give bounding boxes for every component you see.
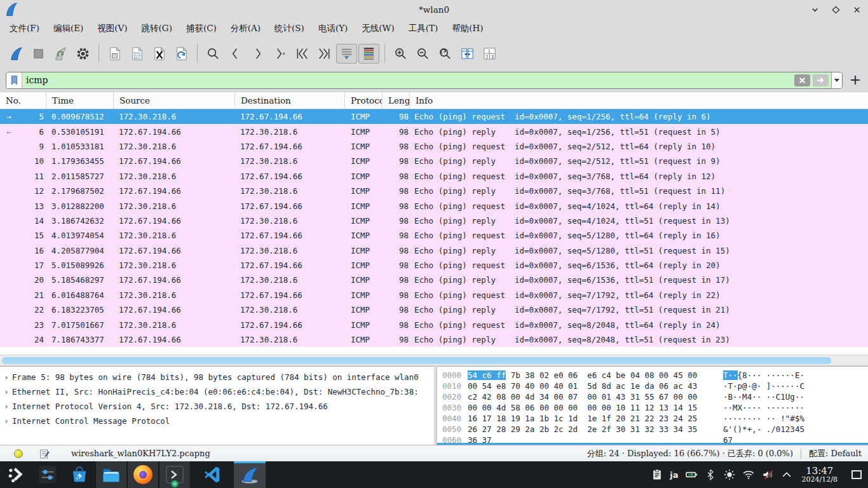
ascii-bytes[interactable]: ·B··M4·· ··C1Ug·· xyxy=(723,391,804,402)
menu-telephony[interactable]: 电话(Y) xyxy=(311,23,355,34)
packet-row-17[interactable]: 175.015089926172.30.218.6172.67.194.66IC… xyxy=(0,258,868,273)
packet-row-5[interactable]: →50.009678512172.30.218.6172.67.194.66IC… xyxy=(0,109,868,124)
clock[interactable]: 13:47 2024/12/8 xyxy=(802,466,837,484)
menu-help[interactable]: 帮助(H) xyxy=(445,23,490,34)
column-header-protocol[interactable]: Protocol xyxy=(345,92,383,109)
packet-row-13[interactable]: 133.012882200172.30.218.6172.67.194.66IC… xyxy=(0,198,868,213)
hex-row-0060[interactable]: 006036 3767 xyxy=(437,435,868,445)
toolbar-go-back-icon[interactable] xyxy=(225,44,246,64)
filter-clear-icon[interactable] xyxy=(794,74,810,86)
tray-expand-icon[interactable] xyxy=(780,468,793,481)
volume-muted-icon[interactable] xyxy=(761,468,774,481)
detail-line-3[interactable]: ›Internet Control Message Protocol xyxy=(0,414,434,428)
show-desktop-button[interactable] xyxy=(851,470,862,479)
toolbar-go-to-packet-icon[interactable] xyxy=(269,44,290,64)
column-header-destination[interactable]: Destination xyxy=(235,92,345,109)
hex-row-0010[interactable]: 001000 54 e8 70 40 00 40 01 5d 8d ac 1e … xyxy=(437,381,868,391)
firefox-icon[interactable] xyxy=(127,461,159,488)
keyboard-layout-indicator[interactable]: ja xyxy=(670,470,678,480)
clipboard-icon[interactable] xyxy=(651,468,663,481)
detail-line-1[interactable]: ›Ethernet II, Src: HonHaiPrecis_c4:be:04… xyxy=(0,384,434,399)
menu-capture[interactable]: 捕获(C) xyxy=(179,23,224,34)
column-header-time[interactable]: Time xyxy=(46,92,114,109)
ascii-bytes[interactable]: T··{8··· ······E· xyxy=(723,370,804,381)
ascii-bytes[interactable]: ··MX···· ········ xyxy=(723,402,804,413)
ascii-bytes[interactable]: ········ ·· !"#$% xyxy=(723,413,804,424)
toolbar-resize-columns-icon[interactable] xyxy=(457,44,478,64)
scrollbar-handle[interactable] xyxy=(2,357,831,364)
packet-row-21[interactable]: 216.016488764172.30.218.6172.67.194.66IC… xyxy=(0,288,868,302)
menu-view[interactable]: 视图(V) xyxy=(90,23,134,34)
toolbar-columns-123-icon[interactable]: 123 xyxy=(479,44,500,64)
minimize-icon[interactable] xyxy=(810,5,820,15)
menu-statistics[interactable]: 统计(S) xyxy=(268,23,311,34)
ascii-bytes[interactable]: &'()*+,- ./012345 xyxy=(723,424,804,435)
packet-row-12[interactable]: 122.179687502172.67.194.66172.30.218.6IC… xyxy=(0,184,868,198)
filter-add-button[interactable]: + xyxy=(848,73,862,87)
toolbar-save-file-icon[interactable]: 010101100011 xyxy=(126,44,147,64)
toolbar-first-packet-icon[interactable] xyxy=(292,44,313,64)
menu-analyze[interactable]: 分析(A) xyxy=(224,23,268,34)
menu-file[interactable]: 文件(F) xyxy=(3,23,46,34)
toolbar-close-file-icon[interactable] xyxy=(149,44,170,64)
packet-row-16[interactable]: 164.205877904172.67.194.66172.30.218.6IC… xyxy=(0,243,868,258)
packet-row-9[interactable]: 91.010533181172.30.218.6172.67.194.66ICM… xyxy=(0,139,868,154)
packet-row-20[interactable]: 205.185468297172.67.194.66172.30.218.6IC… xyxy=(0,273,868,287)
packet-row-10[interactable]: 101.179363455172.67.194.66172.30.218.6IC… xyxy=(0,154,868,168)
menu-go[interactable]: 跳转(G) xyxy=(135,23,179,34)
toolbar-reload-file-icon[interactable] xyxy=(171,44,192,64)
hex-row-0040[interactable]: 004016 17 18 19 1a 1b 1c 1d 1e 1f 20 21 … xyxy=(437,413,868,424)
column-header-info[interactable]: Info xyxy=(410,92,868,109)
toolbar-last-packet-icon[interactable] xyxy=(314,44,335,64)
packet-row-6[interactable]: ←60.530105191172.67.194.66172.30.218.6IC… xyxy=(0,124,868,139)
display-filter-input[interactable] xyxy=(22,74,794,86)
toolbar-restart-capture-icon[interactable] xyxy=(50,44,71,64)
maximize-icon[interactable] xyxy=(831,5,841,15)
toolbar-auto-scroll-icon[interactable] xyxy=(336,44,357,64)
toolbar-go-forward-icon[interactable] xyxy=(247,44,268,64)
hex-bytes[interactable]: 00 54 e8 70 40 00 40 01 5d 8d ac 1e da 0… xyxy=(468,381,708,391)
hex-row-0050[interactable]: 005026 27 28 29 2a 2b 2c 2d 2e 2f 30 31 … xyxy=(437,424,868,435)
hex-row-0020[interactable]: 0020c2 42 08 00 4d 34 00 07 00 01 43 31 … xyxy=(437,391,868,402)
detail-line-2[interactable]: ›Internet Protocol Version 4, Src: 172.3… xyxy=(0,399,434,414)
expand-chevron-icon[interactable]: › xyxy=(4,387,12,396)
toolbar-stop-capture-icon[interactable] xyxy=(28,44,49,64)
packet-row-11[interactable]: 112.011585727172.30.218.6172.67.194.66IC… xyxy=(0,169,868,184)
packet-row-24[interactable]: 247.186743377172.67.194.66172.30.218.6IC… xyxy=(0,332,868,347)
menu-edit[interactable]: 编辑(E) xyxy=(46,23,90,34)
filter-apply-icon[interactable] xyxy=(813,74,829,86)
hex-row-0030[interactable]: 003000 00 4d 58 06 00 00 00 00 00 10 11 … xyxy=(437,402,868,413)
close-icon[interactable] xyxy=(852,5,862,15)
column-header-no[interactable]: No. xyxy=(0,92,46,109)
file-manager-icon[interactable] xyxy=(95,461,127,488)
toolbar-colorize-icon[interactable] xyxy=(358,44,379,64)
hex-bytes[interactable]: 16 17 18 19 1a 1b 1c 1d 1e 1f 20 21 22 2… xyxy=(468,413,708,424)
profile-button[interactable]: 配置: Default xyxy=(809,448,862,459)
discover-icon[interactable] xyxy=(64,461,95,488)
hex-bytes[interactable]: 36 37 xyxy=(468,435,708,445)
packet-row-23[interactable]: 237.017501667172.30.218.6172.67.194.66IC… xyxy=(0,317,868,332)
wifi-icon[interactable] xyxy=(742,468,755,481)
terminal-icon[interactable]: + xyxy=(159,461,191,488)
toolbar-capture-options-icon[interactable] xyxy=(72,44,93,64)
expand-chevron-icon[interactable]: › xyxy=(4,372,12,382)
battery-icon[interactable] xyxy=(685,468,698,481)
hex-bytes[interactable]: 00 00 4d 58 06 00 00 00 00 00 10 11 12 1… xyxy=(468,402,708,413)
bluetooth-icon[interactable] xyxy=(704,468,717,481)
system-settings-icon[interactable] xyxy=(32,461,64,488)
expert-info-icon[interactable] xyxy=(14,449,23,458)
hex-bytes[interactable]: 26 27 28 29 2a 2b 2c 2d 2e 2f 30 31 32 3… xyxy=(468,424,708,435)
toolbar-zoom-out-icon[interactable] xyxy=(412,44,433,64)
brightness-icon[interactable] xyxy=(723,468,736,481)
ascii-bytes[interactable]: 67 xyxy=(723,435,733,445)
toolbar-zoom-in-icon[interactable] xyxy=(390,44,411,64)
packet-row-14[interactable]: 143.186742632172.67.194.66172.30.218.6IC… xyxy=(0,214,868,228)
toolbar-zoom-reset-icon[interactable] xyxy=(435,44,456,64)
vscode-icon[interactable] xyxy=(196,461,228,488)
app-launcher-icon[interactable] xyxy=(0,461,32,488)
hex-bytes[interactable]: c2 42 08 00 4d 34 00 07 00 01 43 31 55 6… xyxy=(468,391,708,402)
detail-line-0[interactable]: ›Frame 5: 98 bytes on wire (784 bits), 9… xyxy=(0,370,434,384)
menu-tools[interactable]: 工具(T) xyxy=(402,23,445,34)
expand-chevron-icon[interactable]: › xyxy=(4,416,12,426)
menu-wireless[interactable]: 无线(W) xyxy=(355,23,401,34)
